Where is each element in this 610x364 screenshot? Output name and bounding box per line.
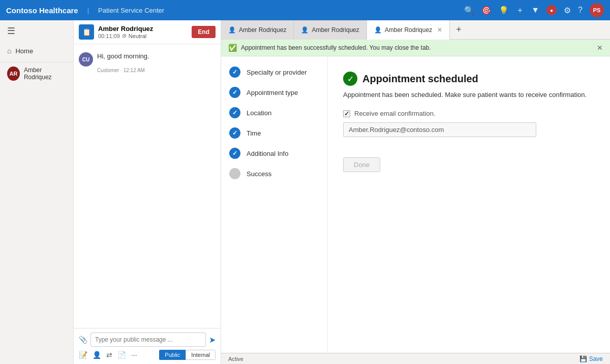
save-button[interactable]: 💾 Save <box>580 355 603 362</box>
call-status-icon: ⊘ <box>122 32 127 39</box>
tab-label-1: Amber Rodriquez <box>312 26 359 34</box>
step-success: Success <box>229 168 319 179</box>
appointment-header: ✓ Appointment scheduled <box>343 72 595 86</box>
message-meta: Customer · 12:12 AM <box>97 68 216 73</box>
appointment-subtitle: Appointment has been scheduled. Make sur… <box>343 91 595 98</box>
person-add-icon[interactable]: 👤 <box>93 351 101 359</box>
title-divider: | <box>87 7 89 14</box>
call-details: Amber Rodriquez 00:11:09 ⊘ Neutral <box>98 25 153 39</box>
top-bar-left: Contoso Healthcare | Patient Service Cen… <box>6 6 164 15</box>
help-icon[interactable]: ? <box>578 6 583 15</box>
email-confirm-row: ✓ Receive email confirmation. <box>343 110 595 117</box>
step-circle-location: ✓ <box>229 107 240 118</box>
sidebar-agent: AR Amber Rodriquez <box>0 62 73 85</box>
success-icon: ✅ <box>228 44 237 52</box>
content-area: 👤 Amber Rodriquez 👤 Amber Rodriquez 👤 Am… <box>221 20 610 364</box>
steps-panel: ✓ Specialty or provider ✓ Appointment ty… <box>221 56 328 353</box>
chat-panel: 📋 Amber Rodriquez 00:11:09 ⊘ Neutral End… <box>74 20 221 364</box>
chat-toolbar: 📝 👤 ⇄ 📄 ··· Public Internal <box>79 347 216 360</box>
filter-icon[interactable]: ▼ <box>531 6 539 15</box>
template-icon[interactable]: 📄 <box>117 351 126 359</box>
step-circle-time: ✓ <box>229 127 240 139</box>
chat-call-bar: 📋 Amber Rodriquez 00:11:09 ⊘ Neutral End <box>74 20 221 44</box>
step-check-time: ✓ <box>232 129 237 137</box>
home-icon: ⌂ <box>7 47 11 55</box>
call-status: Neutral <box>129 33 146 39</box>
save-icon: 💾 <box>580 355 587 362</box>
chat-message: CU Hi, good morning. Customer · 12:12 AM <box>79 52 216 73</box>
status-label: Active <box>228 356 243 362</box>
main-layout: ☰ ⌂ Home AR Amber Rodriquez 📋 Amber Rodr… <box>0 20 610 364</box>
status-bar: Active 💾 Save <box>221 353 610 364</box>
tab-0[interactable]: 👤 Amber Rodriquez <box>221 20 294 40</box>
email-input[interactable] <box>343 122 536 137</box>
app-title: Contoso Healthcare <box>6 6 78 15</box>
attach-icon[interactable]: 📎 <box>79 336 87 344</box>
step-check-specialty: ✓ <box>232 69 237 76</box>
step-circle-success <box>229 168 240 179</box>
hamburger-icon[interactable]: ☰ <box>0 20 73 42</box>
step-check-location: ✓ <box>232 109 237 116</box>
step-appointment-type: ✓ Appointment type <box>229 87 319 98</box>
call-timer: 00:11:09 <box>98 33 120 39</box>
main-content: ✓ Appointment scheduled Appointment has … <box>328 56 610 353</box>
step-label-success: Success <box>247 170 271 178</box>
search-icon[interactable]: 🔍 <box>464 6 474 15</box>
step-location: ✓ Location <box>229 107 319 118</box>
top-bar: Contoso Healthcare | Patient Service Cen… <box>0 0 610 20</box>
left-sidebar: ☰ ⌂ Home AR Amber Rodriquez <box>0 20 74 364</box>
note-icon[interactable]: 📝 <box>79 351 87 359</box>
step-specialty: ✓ Specialty or provider <box>229 67 319 78</box>
internal-toggle-button[interactable]: Internal <box>186 350 216 360</box>
tab-icon-2: 👤 <box>374 26 382 34</box>
message-type-toggle: Public Internal <box>159 350 216 360</box>
step-check-appt-type: ✓ <box>232 89 237 96</box>
user-avatar[interactable]: PS <box>590 3 604 17</box>
chat-messages: CU Hi, good morning. Customer · 12:12 AM <box>74 44 221 328</box>
agent-name: Amber Rodriquez <box>24 67 66 81</box>
tab-1[interactable]: 👤 Amber Rodriquez <box>294 20 367 40</box>
tab-bar: 👤 Amber Rodriquez 👤 Amber Rodriquez 👤 Am… <box>221 20 610 40</box>
step-label-appt-type: Appointment type <box>247 89 298 96</box>
step-label-time: Time <box>247 129 261 137</box>
tab-icon-1: 👤 <box>301 26 309 34</box>
add-tab-icon[interactable]: + <box>450 24 468 35</box>
email-checkbox[interactable]: ✓ <box>343 110 350 117</box>
tab-label-0: Amber Rodriquez <box>239 26 286 34</box>
notification-text: Appointment has been successfully schedu… <box>241 44 431 51</box>
done-button[interactable]: Done <box>343 157 380 172</box>
appointment-check-icon: ✓ <box>343 72 357 86</box>
step-time: ✓ Time <box>229 127 319 139</box>
tab-close-icon[interactable]: ✕ <box>437 26 442 34</box>
home-label: Home <box>15 47 33 55</box>
step-check-additional: ✓ <box>232 150 237 157</box>
more-icon[interactable]: ··· <box>131 351 137 359</box>
top-bar-right: 🔍 🎯 💡 ＋ ▼ ● ⚙ ? PS <box>464 3 604 17</box>
tab-2[interactable]: 👤 Amber Rodriquez ✕ <box>367 20 450 40</box>
appointment-title: Appointment scheduled <box>362 73 478 85</box>
reply-icon[interactable]: ⇄ <box>106 351 112 359</box>
tab-icon-0: 👤 <box>228 26 236 34</box>
settings-icon[interactable]: ⚙ <box>564 6 571 15</box>
call-meta: 00:11:09 ⊘ Neutral <box>98 32 153 39</box>
lightbulb-icon[interactable]: 💡 <box>499 6 509 15</box>
customer-avatar: CU <box>79 52 93 67</box>
step-label-additional: Additional Info <box>247 150 288 157</box>
bell-icon[interactable]: ● <box>546 5 557 15</box>
end-call-button[interactable]: End <box>192 26 216 38</box>
notification-close-icon[interactable]: ✕ <box>597 44 603 52</box>
step-circle-specialty: ✓ <box>229 67 240 78</box>
chat-input-area: 📎 ➤ 📝 👤 ⇄ 📄 ··· Public Internal <box>74 328 221 364</box>
agent-avatar: AR <box>7 67 20 81</box>
panel-split: ✓ Specialty or provider ✓ Appointment ty… <box>221 56 610 353</box>
chat-input[interactable] <box>90 333 206 347</box>
send-icon[interactable]: ➤ <box>209 335 216 345</box>
step-label-location: Location <box>247 109 271 117</box>
public-toggle-button[interactable]: Public <box>159 350 186 360</box>
email-confirm-label: Receive email confirmation. <box>354 110 436 117</box>
sidebar-item-home[interactable]: ⌂ Home <box>0 42 73 60</box>
target-icon[interactable]: 🎯 <box>481 6 492 15</box>
chat-input-row: 📎 ➤ <box>79 333 216 347</box>
plus-icon[interactable]: ＋ <box>516 5 524 16</box>
call-name: Amber Rodriquez <box>98 25 153 32</box>
